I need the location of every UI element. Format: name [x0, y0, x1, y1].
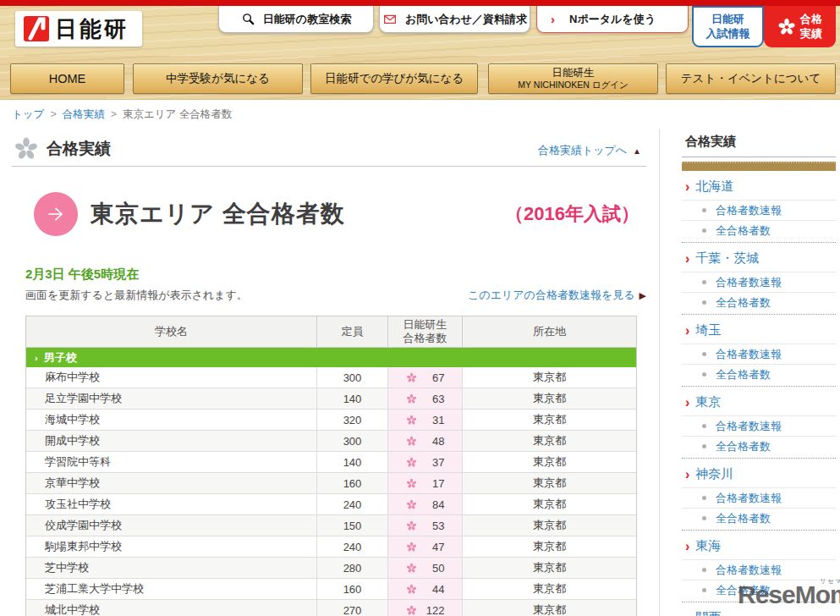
capacity: 160: [316, 473, 387, 493]
nav-home[interactable]: HOME: [10, 63, 124, 94]
pass-count-cell: 37: [387, 452, 462, 472]
sidebar-sublink[interactable]: 全合格者数: [682, 292, 836, 312]
location: 東京都: [462, 579, 636, 599]
bullet-icon: [702, 228, 706, 233]
table-row: 駒場東邦中学校 240 47 東京都: [26, 536, 636, 558]
title-circle-badge: [34, 192, 78, 236]
sidebar-sublink[interactable]: 全合格者数: [682, 436, 836, 456]
triangle-right-icon: ▶: [640, 290, 646, 300]
sidebar-region: › 北海道 合格者数速報 全合格者数: [682, 171, 836, 243]
area-flash-report-link[interactable]: このエリアの合格者数速報を見る▶: [468, 288, 646, 303]
pass-count-cell: 17: [387, 473, 462, 493]
school-name: 足立学園中学校: [26, 388, 316, 409]
sidebar-region-link[interactable]: › 北海道: [682, 171, 836, 200]
table-row: 芝浦工業大学中学校 160 44 東京都: [26, 579, 636, 600]
contact-request-button[interactable]: お問い合わせ／資料請求: [379, 6, 530, 33]
pass-count: 63: [426, 393, 445, 405]
nav-learning-interest[interactable]: 日能研での学びが気になる: [310, 63, 478, 94]
sidebar-sublink[interactable]: 全合格者数: [682, 508, 836, 528]
sidebar-sublink[interactable]: 合格者数速報: [682, 559, 836, 580]
sidebar-region-link[interactable]: › 神奈川: [682, 459, 836, 487]
main-content: 合格実績 合格実績トップへ▲ 東京エリア 全合格者数 （2016年入試） 2月3…: [12, 132, 646, 616]
main-nav: HOME 中学受験が気になる 日能研での学びが気になる 日能研生MY NICHI…: [0, 56, 840, 100]
capacity: 270: [316, 600, 387, 616]
location: 東京都: [462, 494, 636, 514]
refresh-note: 画面を更新すると最新情報が表示されます。: [25, 288, 248, 303]
location: 東京都: [462, 431, 636, 451]
table-row: 開成中学校 300 48 東京都: [26, 431, 636, 452]
sakura-icon: [406, 393, 417, 404]
col-header-passers: 日能研生合格者数: [387, 316, 462, 347]
page-title-row: 東京エリア 全合格者数 （2016年入試）: [12, 192, 646, 236]
school-name: 城北中学校: [26, 600, 316, 616]
exam-year-note: （2016年入試）: [505, 201, 640, 227]
bullet-icon: [702, 372, 706, 377]
sidebar-sublink[interactable]: 合格者数速報: [682, 487, 836, 508]
sakura-icon: [406, 499, 417, 510]
pass-count: 31: [426, 414, 445, 426]
location: 東京都: [462, 473, 636, 493]
pass-count-cell: 31: [387, 410, 462, 430]
site-logo-text: 日能研: [55, 18, 129, 40]
sidebar-region-link[interactable]: › 千葉・茨城: [682, 243, 836, 272]
pass-count: 53: [426, 520, 445, 532]
chevron-right-icon: ›: [551, 13, 555, 25]
classroom-search-button[interactable]: 日能研の教室検索: [218, 6, 374, 33]
bullet-icon: [702, 280, 706, 284]
table-row: 京華中学校 160 17 東京都: [26, 473, 636, 494]
exam-info-button[interactable]: 日能研 入試情報: [692, 6, 764, 47]
pass-results-button[interactable]: 合格 実績: [764, 6, 836, 47]
sidebar-region: › 埼玉 合格者数速報 全合格者数: [682, 315, 836, 387]
capacity: 300: [316, 367, 387, 388]
sidebar-sublink[interactable]: 全合格者数: [682, 220, 836, 240]
pass-count: 67: [426, 371, 445, 384]
location: 東京都: [462, 452, 636, 472]
school-name: 佼成学園中学校: [26, 515, 316, 536]
search-icon: [241, 12, 255, 26]
pass-count-cell: 50: [387, 558, 462, 578]
nav-test-events[interactable]: テスト・イベントについて: [666, 63, 836, 94]
n-portal-label: Nポータルを使う: [569, 12, 656, 27]
chevron-right-icon: ›: [685, 252, 689, 266]
sidebar-sublink[interactable]: 合格者数速報: [682, 272, 836, 292]
school-name: 学習院中等科: [26, 452, 316, 472]
sidebar-region-link[interactable]: › 東京: [682, 387, 836, 415]
sidebar-region: › 神奈川 合格者数速報 全合格者数: [682, 459, 836, 531]
table-body: 麻布中学校 300 67 東京都 足立学園中学校 140 63 東京都 海城中学…: [26, 367, 636, 616]
school-name: 海城中学校: [26, 410, 316, 430]
page-title: 東京エリア 全合格者数: [91, 198, 345, 230]
classroom-search-label: 日能研の教室検索: [263, 12, 351, 27]
sakura-icon: [406, 436, 417, 447]
column-divider: [659, 129, 660, 616]
results-top-link[interactable]: 合格実績トップへ▲: [538, 143, 641, 158]
breadcrumb-top-link[interactable]: トップ: [12, 108, 44, 120]
note-row: 画面を更新すると最新情報が表示されます。 このエリアの合格者数速報を見る▶: [25, 288, 646, 303]
sidebar-region-link[interactable]: › 埼玉: [682, 315, 836, 344]
watermark-ruby: リセマム: [820, 578, 840, 584]
sidebar-sublink[interactable]: 合格者数速報: [682, 415, 836, 436]
n-portal-button[interactable]: › Nポータルを使う: [536, 6, 689, 33]
capacity: 140: [316, 452, 387, 472]
capacity: 240: [316, 536, 387, 557]
arrow-right-icon: [45, 203, 67, 225]
pass-count: 48: [426, 435, 445, 448]
table-row: 攻玉社中学校 240 84 東京都: [26, 494, 636, 515]
col-header-capacity: 定員: [316, 316, 387, 347]
sakura-icon: [406, 563, 417, 574]
breadcrumb-results-link[interactable]: 合格実績: [63, 108, 105, 120]
school-name: 攻玉社中学校: [26, 494, 316, 514]
results-table: 学校名 定員 日能研生合格者数 所在地 › 男子校 麻布中学校 300 67 東…: [25, 316, 637, 616]
bullet-icon: [702, 588, 706, 592]
sidebar-region: › 千葉・茨城 合格者数速報 全合格者数: [682, 243, 836, 315]
pass-count-cell: 67: [387, 367, 462, 388]
sidebar-region-link[interactable]: › 東海: [682, 531, 836, 559]
sidebar-sublink[interactable]: 合格者数速報: [682, 344, 836, 364]
sidebar-sublink[interactable]: 合格者数速報: [682, 200, 836, 220]
nav-my-nichinoken-login[interactable]: 日能研生MY NICHINOKEN ログイン: [488, 63, 658, 94]
sidebar-sublink[interactable]: 全合格者数: [682, 364, 836, 384]
nav-juken-interest[interactable]: 中学受験が気になる: [133, 63, 303, 94]
bullet-icon: [702, 568, 706, 572]
sakura-icon: [777, 18, 796, 36]
pass-count-cell: 48: [387, 431, 462, 451]
site-logo[interactable]: 日能研: [15, 11, 142, 47]
